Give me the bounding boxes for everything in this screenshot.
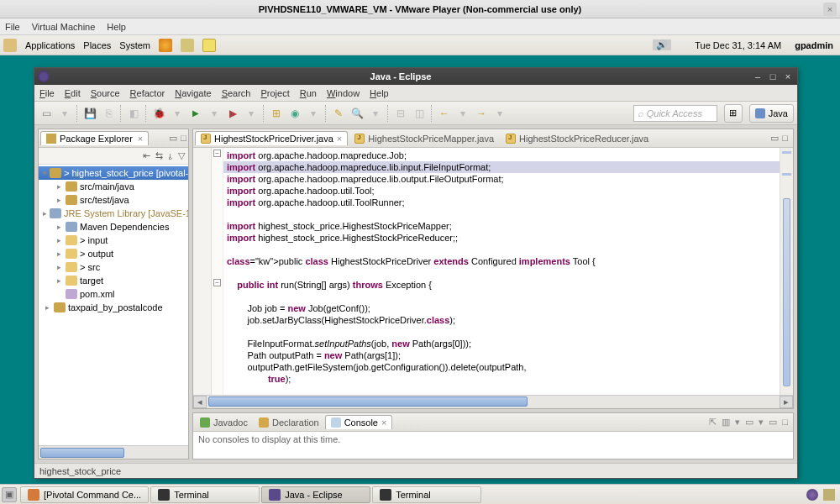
editor-tab[interactable]: HighestStockPriceDriver.java × [195, 131, 348, 145]
tree-item[interactable]: ▸> input [39, 234, 188, 247]
maximize-button[interactable]: □ [767, 71, 779, 82]
dropdown-icon[interactable]: ▾ [454, 105, 471, 122]
user-menu[interactable]: gpadmin [791, 40, 837, 50]
close-tab-icon[interactable]: × [337, 134, 342, 144]
minimize-view-icon[interactable]: ▭ [169, 133, 177, 144]
dropdown-icon[interactable]: ▾ [206, 105, 223, 122]
open-perspective-button[interactable]: ⊞ [724, 104, 743, 123]
java-perspective-button[interactable]: Java [749, 104, 794, 123]
dropdown-icon[interactable]: ▾ [169, 105, 186, 122]
mark-occurrences[interactable]: ◫ [411, 105, 428, 122]
tree-item[interactable]: ▸> src [39, 260, 188, 274]
tree-item[interactable]: pom.xml [39, 287, 188, 301]
dropdown-icon[interactable]: ▾ [491, 105, 508, 122]
file-manager-icon[interactable] [181, 39, 194, 52]
editor-tab[interactable]: HighestStockPriceMapper.java [349, 132, 499, 145]
eclipse-menu-source[interactable]: Source [91, 88, 120, 98]
collapse-all-icon[interactable]: ⇤ [143, 150, 150, 161]
maximize-view-icon[interactable]: □ [181, 133, 186, 144]
taskbar-button[interactable]: Java - Eclipse [261, 486, 370, 503]
overview-ruler[interactable] [780, 148, 793, 395]
open-task-button[interactable]: ✎ [330, 105, 347, 122]
fold-gutter[interactable]: −− [212, 148, 223, 395]
code-editor[interactable]: import org.apache.hadoop.mapreduce.Job;i… [223, 148, 780, 395]
dropdown-icon[interactable]: ▾ [367, 105, 384, 122]
firefox-launcher-icon[interactable] [159, 39, 172, 52]
eclipse-menu-navigate[interactable]: Navigate [175, 88, 211, 98]
close-button[interactable]: × [782, 71, 794, 82]
eclipse-menu-window[interactable]: Window [327, 88, 360, 98]
marker-gutter[interactable] [193, 148, 212, 395]
gnome-applications[interactable]: Applications [25, 40, 75, 50]
vmware-menu-file[interactable]: File [5, 22, 20, 32]
link-editor-icon[interactable]: ⇆ [155, 150, 163, 161]
open-type-button[interactable]: ◧ [125, 105, 142, 122]
minimize-button[interactable]: – [752, 71, 764, 82]
tray-trash-icon[interactable] [823, 489, 835, 501]
vmware-menu-help[interactable]: Help [107, 22, 126, 32]
forward-button[interactable]: → [473, 105, 490, 122]
package-tree[interactable]: ▾> highest_stock_price [pivotal-sam▸src/… [39, 165, 188, 445]
maximize-editor-icon[interactable]: □ [782, 133, 788, 144]
eclipse-menu-file[interactable]: File [39, 88, 55, 98]
tree-item[interactable]: ▸src/main/java [39, 180, 188, 193]
tree-item[interactable]: ▸taxpaid_by_postalcode [39, 301, 188, 314]
tree-item[interactable]: ▸Maven Dependencies [39, 220, 188, 234]
display-console-icon[interactable]: ▥ [722, 417, 730, 428]
eclipse-menu-edit[interactable]: Edit [65, 88, 81, 98]
taskbar-button[interactable]: [Pivotal Command Ce... [20, 486, 149, 503]
taskbar-button[interactable]: Terminal [150, 486, 260, 503]
scroll-left-icon[interactable]: ◂ [193, 396, 207, 408]
notes-launcher-icon[interactable] [202, 39, 216, 52]
eclipse-menu-refactor[interactable]: Refactor [130, 88, 165, 98]
gnome-system[interactable]: System [119, 40, 150, 50]
filter-icon[interactable]: ⫰ [168, 151, 173, 161]
vertical-scrollbar-thumb[interactable] [783, 198, 790, 386]
eclipse-menu-run[interactable]: Run [300, 88, 317, 98]
close-tab-icon[interactable]: × [381, 417, 386, 428]
eclipse-menu-search[interactable]: Search [222, 88, 251, 98]
tree-item[interactable]: ▸target [39, 274, 188, 287]
back-button[interactable]: ← [436, 105, 453, 122]
run-last-button[interactable]: ▶ [224, 105, 241, 122]
eclipse-menu-help[interactable]: Help [370, 88, 389, 98]
tree-item[interactable]: ▾> highest_stock_price [pivotal-sam [39, 166, 188, 180]
open-console-icon[interactable]: ▭ [745, 417, 753, 428]
maximize-view-icon[interactable]: □ [782, 417, 788, 428]
horizontal-scrollbar[interactable] [39, 445, 188, 459]
quick-access-input[interactable]: ⌕ Quick Access [633, 105, 717, 122]
eclipse-titlebar[interactable]: Java - Eclipse – □ × [34, 68, 797, 85]
new-package-button[interactable]: ⊞ [268, 105, 285, 122]
pin-console-icon[interactable]: ⇱ [709, 417, 717, 428]
fold-toggle-icon[interactable]: − [213, 279, 221, 286]
tree-item[interactable]: ▸> output [39, 247, 188, 260]
gnome-places[interactable]: Places [83, 40, 111, 50]
bottom-tab-javadoc[interactable]: Javadoc [195, 416, 253, 429]
save-button[interactable]: 💾 [81, 105, 98, 122]
eclipse-menu-project[interactable]: Project [261, 88, 290, 98]
tray-icon[interactable] [806, 489, 818, 501]
run-button[interactable]: ▶ [187, 105, 204, 122]
fold-toggle-icon[interactable]: − [213, 150, 221, 157]
debug-button[interactable]: 🐞 [150, 105, 167, 122]
bottom-tab-console[interactable]: Console × [325, 415, 393, 429]
package-explorer-tab[interactable]: Package Explorer × [40, 131, 149, 145]
vmware-menu-vm[interactable]: Virtual Machine [32, 22, 96, 32]
editor-horizontal-scrollbar[interactable]: ◂ ▸ [193, 395, 793, 408]
tree-item[interactable]: ▸src/test/java [39, 193, 188, 207]
minimize-view-icon[interactable]: ▭ [769, 417, 777, 428]
vmware-close-button[interactable]: × [823, 3, 837, 16]
view-menu-icon[interactable]: ▽ [178, 150, 185, 161]
search-button[interactable]: 🔍 [349, 105, 365, 122]
volume-icon[interactable]: 🔊 [653, 39, 671, 50]
view-close-icon[interactable]: × [138, 134, 143, 144]
new-button[interactable]: ▭ [38, 105, 55, 122]
show-desktop-button[interactable]: ▣ [2, 487, 17, 502]
toggle-breadcrumb[interactable]: ⊟ [392, 105, 409, 122]
clock[interactable]: Tue Dec 31, 3:14 AM [691, 40, 785, 50]
new-class-button[interactable]: ◉ [286, 105, 303, 122]
save-all-button[interactable]: ⎘ [100, 105, 117, 122]
editor-tab[interactable]: HighestStockPriceReducer.java [501, 132, 654, 145]
dropdown-icon[interactable]: ▾ [243, 105, 260, 122]
taskbar-button[interactable]: Terminal [372, 486, 481, 503]
